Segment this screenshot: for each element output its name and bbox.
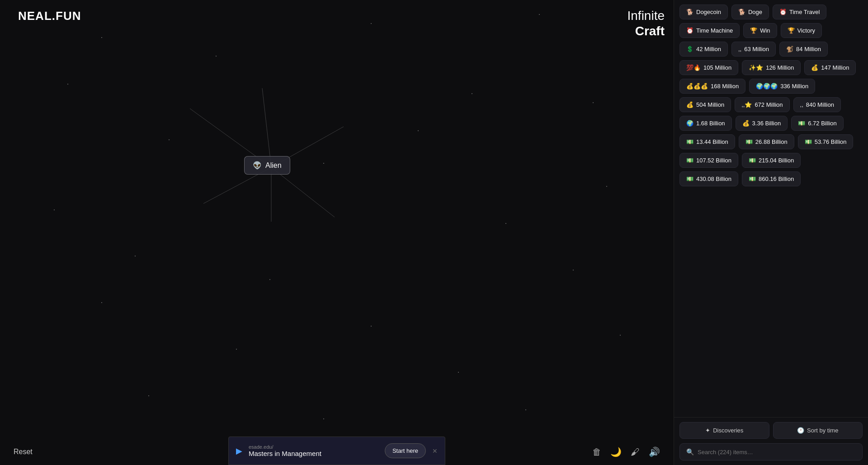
ad-close-button[interactable]: ✕ xyxy=(432,447,438,455)
item-chip[interactable]: 💰3.36 Billion xyxy=(736,116,788,131)
discoveries-label: Discoveries xyxy=(713,427,743,434)
alien-node-label: Alien xyxy=(265,161,282,170)
item-chip[interactable]: 💰504 Million xyxy=(679,97,731,112)
item-emoji: ,,⭐ xyxy=(741,101,752,108)
item-emoji: 💰💰💰 xyxy=(686,83,708,90)
item-label: Win xyxy=(760,27,770,34)
item-emoji: ✨⭐ xyxy=(749,64,763,71)
sidebar-bottom: ✦ Discoveries 🕐 Sort by time 🔍 xyxy=(674,417,868,465)
discoveries-button[interactable]: ✦ Discoveries xyxy=(679,422,769,439)
item-chip[interactable]: ⏰Time Travel xyxy=(773,5,826,19)
item-chip[interactable]: 🏆Win xyxy=(743,23,777,38)
item-label: Victory xyxy=(797,27,816,34)
game-title: Infinite Craft xyxy=(627,8,665,38)
item-emoji: 🏆 xyxy=(788,27,795,34)
item-label: 3.36 Billion xyxy=(752,120,781,127)
search-bar: 🔍 xyxy=(679,443,863,460)
alien-node[interactable]: 👽 Alien xyxy=(244,156,290,175)
ad-source: esade.edu/ xyxy=(249,444,378,450)
item-label: 215.04 Billion xyxy=(759,157,794,164)
item-chip[interactable]: 💵107.52 Billion xyxy=(679,153,738,168)
item-chip[interactable]: 💲42 Million xyxy=(679,42,728,57)
toolbar-icons: 🗑 🌙 🖌 🔊 xyxy=(592,446,660,457)
item-label: 336 Million xyxy=(780,83,808,90)
item-emoji: 💵 xyxy=(686,176,693,182)
item-chip[interactable]: 💯🔥105 Million xyxy=(679,60,738,75)
item-chip[interactable]: ,,63 Million xyxy=(731,42,776,57)
item-chip[interactable]: 💵13.44 Billion xyxy=(679,134,735,149)
item-chip[interactable]: 🌍🌍🌍336 Million xyxy=(749,79,815,94)
item-label: 105 Million xyxy=(703,64,731,71)
item-label: 126 Million xyxy=(766,64,794,71)
reset-button[interactable]: Reset xyxy=(14,448,33,456)
item-label: 840 Million xyxy=(806,101,834,108)
item-chip[interactable]: 💵430.08 Billion xyxy=(679,171,738,186)
item-chip[interactable]: ⏰Time Machine xyxy=(679,23,740,38)
item-emoji: ,, xyxy=(738,46,741,52)
item-label: Doge xyxy=(748,9,762,15)
item-label: Dogecoin xyxy=(696,9,721,15)
item-chip[interactable]: 🌍1.68 Billion xyxy=(679,116,732,131)
item-label: 107.52 Billion xyxy=(696,157,731,164)
item-chip[interactable]: 💵26.88 Billion xyxy=(739,134,794,149)
item-emoji: 💵 xyxy=(686,138,693,145)
item-label: 672 Million xyxy=(755,101,783,108)
item-emoji: 💲 xyxy=(686,46,693,52)
item-emoji: 🐕 xyxy=(738,9,745,15)
items-container[interactable]: 🐕Dogecoin🐕Doge⏰Time Travel⏰Time Machine🏆… xyxy=(674,0,868,417)
ad-cta-button[interactable]: Start here xyxy=(385,443,426,458)
search-icon: 🔍 xyxy=(686,448,694,456)
item-chip[interactable]: 🐕Doge xyxy=(731,5,769,19)
item-emoji: 🐕 xyxy=(686,9,693,15)
svg-line-1 xyxy=(262,88,271,167)
item-emoji: 🌍 xyxy=(686,120,693,127)
sort-button[interactable]: 🕐 Sort by time xyxy=(773,422,863,439)
sort-icon: 🕐 xyxy=(797,427,804,434)
item-chip[interactable]: 💵53.76 Billion xyxy=(798,134,854,149)
item-chip[interactable]: 💵860.16 Billion xyxy=(742,171,801,186)
item-emoji: 💵 xyxy=(686,157,693,164)
item-emoji: 💵 xyxy=(805,138,812,145)
sound-icon[interactable]: 🔊 xyxy=(649,446,660,457)
item-chip[interactable]: 💰147 Million xyxy=(804,60,856,75)
sidebar-actions: ✦ Discoveries 🕐 Sort by time xyxy=(679,422,863,439)
logo: NEAL.FUN xyxy=(18,9,81,23)
item-label: 504 Million xyxy=(696,101,724,108)
item-chip[interactable]: 💵6.72 Billion xyxy=(791,116,844,131)
item-emoji: 💵 xyxy=(749,176,756,182)
item-chip[interactable]: ,,840 Million xyxy=(793,97,841,112)
connection-lines xyxy=(0,0,674,465)
item-chip[interactable]: 💰💰💰168 Million xyxy=(679,79,745,94)
canvas-area[interactable]: NEAL.FUN Infinite Craft 👽 Alien Reset 🗑 … xyxy=(0,0,674,465)
item-emoji: 💰 xyxy=(742,120,750,127)
item-label: Time Travel xyxy=(789,9,820,15)
svg-line-5 xyxy=(271,167,335,217)
item-chip[interactable]: 💵215.04 Billion xyxy=(742,153,801,168)
item-chip[interactable]: 🐒84 Million xyxy=(779,42,828,57)
search-input[interactable] xyxy=(698,449,856,456)
item-chip[interactable]: ✨⭐126 Million xyxy=(742,60,801,75)
item-emoji: 💯🔥 xyxy=(686,64,701,71)
item-emoji: ⏰ xyxy=(686,27,693,34)
item-label: 53.76 Billion xyxy=(815,138,847,145)
sidebar: 🐕Dogecoin🐕Doge⏰Time Travel⏰Time Machine🏆… xyxy=(674,0,868,465)
item-emoji: 💰 xyxy=(686,101,693,108)
item-emoji: 🏆 xyxy=(750,27,757,34)
brush-icon[interactable]: 🖌 xyxy=(631,447,640,457)
game-title-line1: Infinite xyxy=(627,8,665,24)
item-emoji: ,, xyxy=(800,101,803,108)
moon-icon[interactable]: 🌙 xyxy=(610,446,622,457)
item-chip[interactable]: ,,⭐672 Million xyxy=(735,97,789,112)
discoveries-icon: ✦ xyxy=(705,427,710,434)
item-emoji: 💵 xyxy=(798,120,805,127)
item-label: 26.88 Billion xyxy=(755,138,788,145)
item-label: 42 Million xyxy=(696,46,721,52)
item-label: 168 Million xyxy=(711,83,739,90)
trash-icon[interactable]: 🗑 xyxy=(592,447,601,457)
item-label: 430.08 Billion xyxy=(696,176,731,182)
item-chip[interactable]: 🏆Victory xyxy=(781,23,822,38)
item-emoji: 🌍🌍🌍 xyxy=(756,83,778,90)
item-chip[interactable]: 🐕Dogecoin xyxy=(679,5,728,19)
ad-banner: ▶ esade.edu/ Masters in Management Start… xyxy=(228,437,445,465)
item-emoji: ⏰ xyxy=(779,9,787,15)
